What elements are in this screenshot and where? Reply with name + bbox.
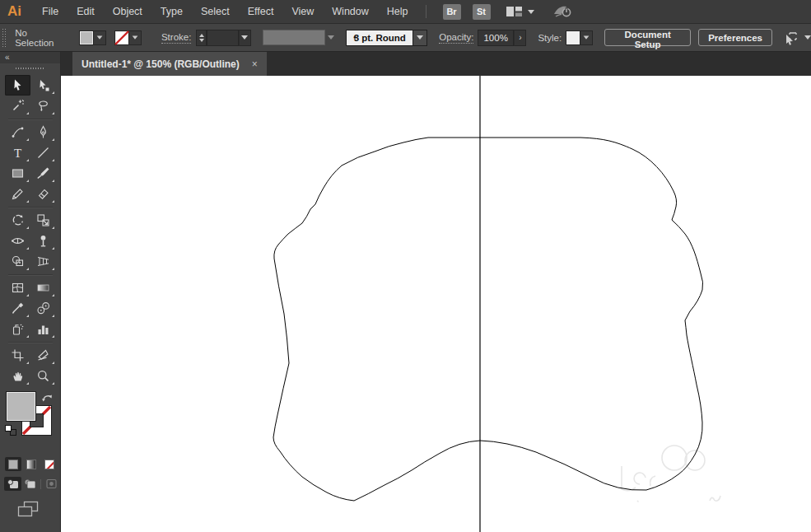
stroke-weight-stepper[interactable] [196,30,207,46]
menu-select[interactable]: Select [192,0,239,23]
width-profile-dropdown[interactable] [413,30,427,46]
fill-color-swatch[interactable] [6,391,36,422]
rectangle-tool-icon [11,166,25,180]
tool-blend[interactable] [30,298,56,319]
chevron-down-icon [417,35,423,40]
menu-file[interactable]: File [33,0,68,23]
document-tab[interactable]: Untitled-1* @ 150% (RGB/Outline) × [72,52,267,76]
stock-button[interactable]: St [473,4,491,20]
tool-zoom[interactable] [30,366,56,386]
tool-hand[interactable] [5,366,30,386]
tool-width[interactable] [5,231,30,251]
tool-mesh[interactable] [5,278,30,298]
tool-puppet-warp[interactable] [30,231,56,251]
swap-fill-stroke-icon[interactable] [41,392,54,404]
tool-shape-builder[interactable] [5,251,30,272]
tool-rotate[interactable] [5,210,30,231]
lasso-tool-icon [36,99,50,113]
select-similar-icon [782,30,800,46]
menu-type[interactable]: Type [151,0,192,23]
drawing-mode-buttons [0,477,60,491]
artboard-canvas[interactable] [61,76,811,532]
menu-view[interactable]: View [282,0,323,23]
gradient-mode-icon [26,460,36,469]
stroke-swatch-none[interactable] [114,30,129,45]
gradient-mode-button[interactable] [23,457,40,471]
tool-selection[interactable] [5,75,30,96]
stroke-weight-dropdown[interactable] [239,30,250,46]
control-bar-grip[interactable] [2,28,7,48]
stroke-weight-label[interactable]: Stroke: [161,32,191,44]
column-graph-icon [36,322,50,336]
line-segment-icon [36,146,50,160]
variable-width-profile: • 3 pt. Round [346,30,427,46]
tool-line-segment[interactable] [30,142,56,163]
chevron-down-icon [528,10,534,14]
artwork-path[interactable] [273,138,703,501]
style-label[interactable]: Style: [538,33,562,43]
menu-window[interactable]: Window [323,0,377,23]
tool-artboard[interactable] [5,345,30,366]
opacity-more-button[interactable]: › [514,30,526,46]
bridge-button[interactable]: Br [443,4,461,20]
menu-effect[interactable]: Effect [239,0,283,23]
tool-perspective-grid[interactable] [30,251,56,272]
rotate-tool-icon [11,213,25,227]
chevron-down-icon [328,35,334,40]
selection-tool-icon [11,78,25,92]
direct-selection-tool-icon [36,78,50,92]
tool-curvature[interactable] [5,122,30,142]
tool-column-graph[interactable] [30,319,56,339]
tool-pencil[interactable] [5,184,30,204]
style-dropdown-button[interactable] [580,30,593,45]
fill-swatch[interactable] [79,30,94,45]
stroke-weight-value[interactable] [207,30,239,46]
tool-eraser[interactable] [30,184,56,204]
mesh-tool-icon [11,281,25,295]
tool-type[interactable]: T [5,142,30,163]
width-profile-value[interactable]: • 3 pt. Round [346,30,413,46]
artboard-tool-icon [11,348,25,362]
menu-bar: Ai File Edit Object Type Select Effect V… [0,0,811,24]
draw-behind-button[interactable] [21,477,39,491]
workspace-switcher[interactable] [506,6,534,17]
preferences-button[interactable]: Preferences [698,29,772,46]
screen-mode-button[interactable] [16,500,60,521]
fill-dropdown-button[interactable] [94,30,106,45]
menu-object[interactable]: Object [104,0,151,23]
tool-gradient[interactable] [30,278,56,298]
shape-builder-icon [11,254,25,268]
tool-eyedropper[interactable] [5,298,30,319]
none-mode-button[interactable] [41,457,58,471]
tool-rectangle[interactable] [5,163,30,184]
toolbar-collapse-button[interactable]: « [0,52,60,63]
tool-paintbrush[interactable] [30,163,56,184]
tool-scale[interactable] [30,210,56,231]
color-mode-button[interactable] [5,457,21,471]
slice-tool-icon [36,348,50,362]
draw-normal-button[interactable] [4,477,21,491]
menu-edit[interactable]: Edit [68,0,104,23]
gpu-performance-icon [552,4,574,19]
chevron-down-icon [804,35,811,40]
tool-lasso[interactable] [30,96,56,116]
toolbar-grip[interactable] [16,65,45,72]
style-swatch[interactable] [566,30,580,45]
puppet-warp-icon [36,234,50,248]
tool-pen[interactable] [30,122,56,142]
opacity-label[interactable]: Opacity: [439,32,473,44]
document-setup-button[interactable]: Document Setup [604,29,691,46]
tool-slice[interactable] [30,345,56,366]
select-similar-options[interactable] [782,30,811,46]
stroke-dropdown-button[interactable] [129,30,142,45]
menu-help[interactable]: Help [378,0,417,23]
gpu-performance[interactable] [552,4,574,19]
default-fill-stroke-icon[interactable] [5,425,16,436]
type-tool-icon: T [11,146,25,160]
tab-close-icon[interactable]: × [252,59,258,69]
eraser-tool-icon [36,187,50,201]
opacity-value[interactable]: 100% [478,30,514,46]
tool-magic-wand[interactable] [5,96,30,116]
tool-symbol-sprayer[interactable] [5,319,30,339]
tool-direct-selection[interactable] [30,75,56,96]
